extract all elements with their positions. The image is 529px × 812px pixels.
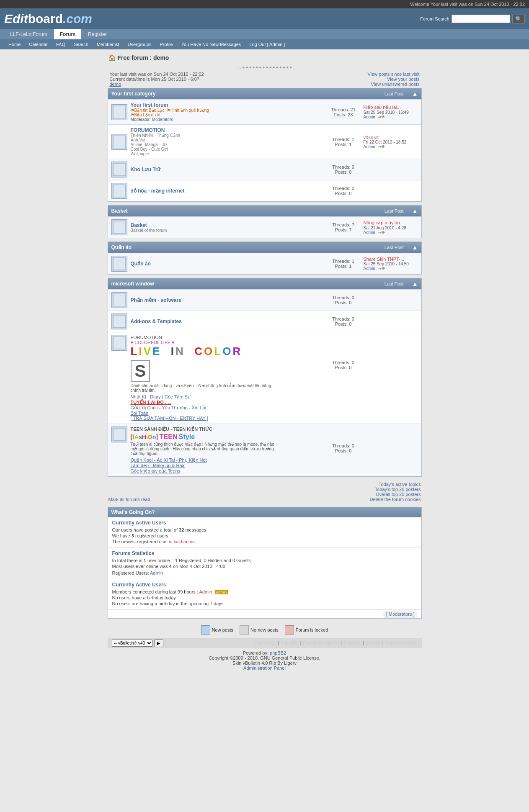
lastpost-user-2[interactable]: Admin [364,144,375,149]
style-go-button[interactable]: ▶ [154,639,163,647]
footer-powered: Powered by: phpBB2 Copyright ©2000 - 201… [108,648,422,673]
todays-active-link[interactable]: Today's active topics [370,482,421,487]
view-unanswered[interactable]: View unanswered posts [368,82,420,87]
birthday2: No users are having a birthday in the up… [112,601,417,606]
lastpost-user-5[interactable]: Admin [364,230,375,235]
forum-name-2[interactable]: FORUMOTION [131,127,165,133]
currently-active-title2: Currently Active Users [112,582,417,588]
powered-by: Powered by: phpBB2 [110,650,420,655]
forum-icon-5 [111,219,127,235]
quan-kool-link[interactable]: Quần Kool - Áo Xi Tai - Phụ Kiện Hot [131,457,207,463]
forum-name-6[interactable]: Quần áo [131,261,151,267]
admin-link-stats[interactable]: Admin [150,570,163,576]
wgo-currently-active: Currently Active Users Our users have po… [108,517,421,548]
wgo-title: What's Going On? [111,509,155,515]
nhat-ki-link[interactable]: Nhật Kí | Diary | Góc Tâm Sự [131,394,191,399]
footer-statistics[interactable]: Statistics [344,641,361,645]
lastpost-link-6[interactable]: Share Skin THPT-... [364,257,405,262]
delete-cookies-link[interactable]: Delete the forum cookies [370,497,421,502]
sub-link-bantinbaoloc[interactable]: Bản tin Bảo Lộc [134,108,165,113]
forum-stats-9: Threads: 0Posts: 0 [327,360,360,370]
overall-top20-link[interactable]: Overall top 20 posters [370,492,421,497]
moderators-button[interactable]: [ Moderators ] [384,611,417,617]
footer-phpbb[interactable]: © phpBB [281,641,297,645]
current-datetime: Current date/time is Mon 25 Oct 2010 - 6… [110,77,204,82]
forum-info-7: Phần mềm - software [131,297,323,303]
forum-info-3: Kho Lưu Trữ [131,167,323,172]
legend-locked: Forum is locked [285,625,328,635]
footer-forum-free[interactable]: Forum free [255,641,276,645]
tab-forum[interactable]: Forum [54,29,81,39]
stats-line2: We have 3 registered users [112,533,417,538]
wgo-currently-active2: Currently Active Users Members connected… [108,579,421,610]
gui-loi-link[interactable]: Gửi Lời Chúc - Yêu Thương - Xin Lỗi [131,405,206,410]
tra-sua-link[interactable]: [ TRÀ SỮA TÂM HỒN - ENTRY HAY ] [131,416,209,421]
nav-memberlist[interactable]: Memberlist [93,39,124,49]
collapse-cat4[interactable]: ▲ [412,280,418,287]
lastpost-link-2[interactable]: vlt ui vlt [364,135,379,140]
nav-logout[interactable]: Log out [ Admin ] [245,39,289,49]
forum-name-7[interactable]: Phần mềm - software [131,297,181,303]
nav-calendar[interactable]: Calendar [25,39,52,49]
phpbb-link[interactable]: phpBB2 [270,650,286,655]
nav-messages[interactable]: You have no new messages [177,39,245,49]
forum-lastpost-6: Share Skin THPT-... Sat 25 Sep 2010 - 14… [364,257,418,271]
cat2-name: Basket [111,208,128,214]
nav-search[interactable]: Search [70,39,93,49]
boi-toan-link[interactable]: Bói Toán [131,411,149,416]
view-posts-since[interactable]: View posts since last visit [368,72,420,77]
cat3-name: Quần áo [111,244,132,250]
legend-bar: New posts No new posts Forum is locked [108,622,422,638]
lastpost-user-1[interactable]: Admin [364,115,375,119]
lastpost-link-1[interactable]: Kiếp sau nếu lai... [364,105,401,110]
lam-dep-link[interactable]: Làm đẹp - Make up & Hair [131,463,185,468]
lastpost-user-6[interactable]: Admin [364,266,375,271]
mod-link-1[interactable]: Moderators [152,117,173,122]
last-post-label-3: Last Post [384,245,404,250]
admin-panel-link[interactable]: Administration Panel [243,666,286,671]
category-quanao: Quần áo Last Post ▲ Quần áo Threads: 1Po… [108,242,422,275]
sub-link-baoloduki[interactable]: Bảo Lộc du kí [134,113,160,117]
forum-name-5[interactable]: Basket [131,222,147,228]
search-button[interactable]: 🔍 [512,15,525,23]
forum-name-4[interactable]: đồ họa - mạng internet [131,188,185,194]
footer-report[interactable]: Report an abuse [386,641,417,645]
collapse-cat3[interactable]: ▲ [412,244,418,251]
legend-nonew: No new posts [240,625,279,635]
newest-user-link[interactable]: kachannie [174,539,195,544]
dotted-bar: ...●●●●●●●●●●●●●●● [108,64,422,70]
forum-name-1[interactable]: Your first forum [131,102,168,108]
nav-faq[interactable]: FAQ [52,39,70,49]
sub-link-hinhanh[interactable]: Hình ảnh quê hương [170,108,209,113]
top20-today-link[interactable]: Today's top 20 posters [370,487,421,492]
info-left: Your last visit was on Sun 24 Oct 2010 -… [110,72,204,87]
collapse-cat1[interactable]: ▲ [412,90,418,97]
forum-info-5: Basket Basket of the forum [131,222,323,233]
legend-nonew-label: No new posts [250,627,279,632]
forum-lastpost-1: Kiếp sau nếu lai... Sat 25 Sep 2010 - 16… [364,105,418,119]
footer-contact[interactable]: Contact [366,641,380,645]
goc-kheo-link[interactable]: Góc khéo tay của Teens [131,468,181,473]
lastpost-link-5[interactable]: Nâng cấp máy tín... [364,220,404,225]
nav-profile[interactable]: Profile [156,39,177,49]
forum-name-3[interactable]: Kho Lưu Trữ [131,167,161,172]
user-link[interactable]: demo [110,82,121,87]
view-your-posts[interactable]: View your posts [368,77,420,82]
tab-register[interactable]: Register [82,29,113,39]
forum-icon-1 [111,104,127,120]
admin-link-connected[interactable]: Admin [199,589,212,594]
style-select[interactable]: -- vBulletin® v40 [112,640,153,647]
collapse-cat2[interactable]: ▲ [412,208,418,214]
forum-search-input[interactable] [452,15,510,23]
forum-name-8[interactable]: Add-ons & Templates [131,319,182,324]
tab-llf[interactable]: LLF-LeLoiForum [4,29,53,39]
currently-active-title: Currently Active Users [112,520,417,526]
category-header-4: microsoft window Last Post ▲ [108,278,421,289]
nav-usergroups[interactable]: Usergroups [124,39,156,49]
tuyen-ai-link[interactable]: TUYẾN 1 AI ĐÓ . . . [131,400,172,405]
nav-home[interactable]: Home [4,39,25,49]
forum-info-4: đồ họa - mạng internet [131,188,323,194]
home-icon[interactable]: 🏠 [108,54,116,61]
footer-free-support[interactable]: Free forum support [303,641,338,645]
mark-all-link[interactable]: Mark all forums read [108,497,150,502]
